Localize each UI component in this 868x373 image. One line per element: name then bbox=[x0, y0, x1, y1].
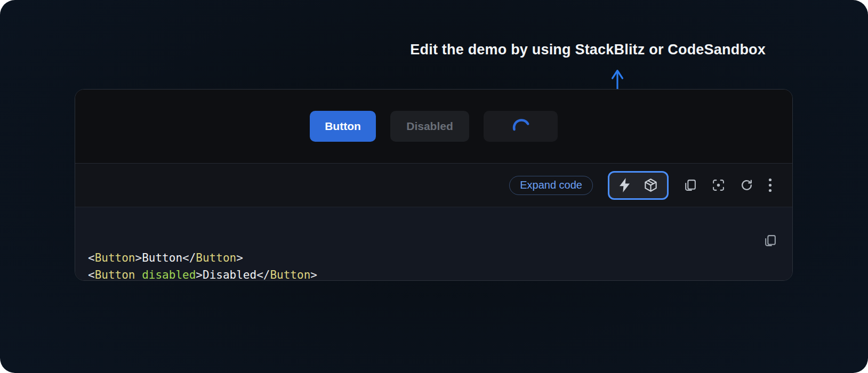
demo-card: Button Disabled Expand code bbox=[75, 89, 793, 281]
code-line: <Button>Button</Button> bbox=[88, 250, 779, 267]
demo-preview-area: Button Disabled bbox=[75, 90, 792, 163]
more-icon[interactable] bbox=[768, 178, 772, 192]
page: Edit the demo by using StackBlitz or Cod… bbox=[0, 0, 868, 373]
isolate-icon[interactable] bbox=[712, 179, 725, 192]
code-lines: <Button>Button</Button><Button disabled>… bbox=[88, 250, 779, 281]
edit-actions-highlight-box bbox=[608, 171, 669, 200]
demo-toolbar: Expand code bbox=[75, 163, 792, 207]
loading-button[interactable] bbox=[484, 111, 558, 142]
code-block: <Button>Button</Button><Button disabled>… bbox=[75, 207, 792, 281]
annotation-text: Edit the demo by using StackBlitz or Cod… bbox=[410, 42, 766, 58]
stackblitz-bolt-icon[interactable] bbox=[618, 178, 631, 192]
expand-code-button[interactable]: Expand code bbox=[509, 176, 593, 195]
refresh-icon[interactable] bbox=[740, 179, 753, 192]
copy-icon[interactable] bbox=[684, 179, 697, 192]
copy-code-icon[interactable] bbox=[710, 217, 777, 269]
primary-button[interactable]: Button bbox=[310, 111, 376, 142]
disabled-button: Disabled bbox=[390, 111, 469, 142]
codesandbox-cube-icon[interactable] bbox=[644, 178, 658, 192]
loading-spinner-icon bbox=[512, 117, 530, 135]
code-line: <Button disabled>Disabled</Button> bbox=[88, 267, 779, 281]
